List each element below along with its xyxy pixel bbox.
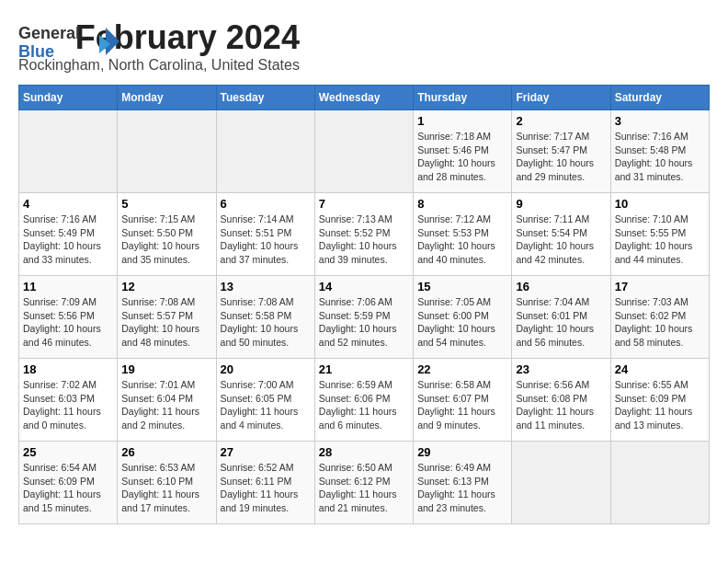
- day-info: Sunrise: 7:01 AM Sunset: 6:04 PM Dayligh…: [121, 378, 211, 432]
- day-number: 4: [23, 197, 113, 211]
- day-number: 23: [516, 362, 606, 376]
- calendar-cell: 21Sunrise: 6:59 AM Sunset: 6:06 PM Dayli…: [314, 359, 413, 442]
- day-number: 7: [319, 197, 409, 211]
- day-number: 18: [23, 362, 113, 376]
- calendar-cell: 9Sunrise: 7:11 AM Sunset: 5:54 PM Daylig…: [512, 193, 610, 276]
- calendar-cell: 19Sunrise: 7:01 AM Sunset: 6:04 PM Dayli…: [118, 359, 216, 442]
- day-number: 12: [121, 280, 211, 293]
- weekday-header-tuesday: Tuesday: [216, 86, 314, 110]
- day-info: Sunrise: 7:16 AM Sunset: 5:49 PM Dayligh…: [23, 213, 113, 267]
- weekday-header-friday: Friday: [512, 86, 610, 110]
- calendar-cell: 27Sunrise: 6:52 AM Sunset: 6:11 PM Dayli…: [216, 442, 314, 524]
- calendar-cell: 5Sunrise: 7:15 AM Sunset: 5:50 PM Daylig…: [118, 193, 216, 276]
- day-number: 28: [319, 445, 409, 459]
- day-info: Sunrise: 6:54 AM Sunset: 6:09 PM Dayligh…: [23, 461, 113, 515]
- day-number: 15: [417, 280, 507, 293]
- day-number: 5: [121, 197, 211, 211]
- day-number: 9: [516, 197, 606, 211]
- svg-text:Blue: Blue: [18, 42, 54, 61]
- day-info: Sunrise: 7:17 AM Sunset: 5:47 PM Dayligh…: [516, 130, 606, 184]
- calendar-cell: [216, 110, 314, 193]
- calendar-cell: 18Sunrise: 7:02 AM Sunset: 6:03 PM Dayli…: [19, 359, 118, 442]
- calendar-cell: [19, 110, 118, 193]
- day-number: 29: [417, 445, 507, 459]
- weekday-header-thursday: Thursday: [414, 86, 512, 110]
- day-info: Sunrise: 7:03 AM Sunset: 6:02 PM Dayligh…: [615, 295, 705, 350]
- day-info: Sunrise: 7:12 AM Sunset: 5:53 PM Dayligh…: [417, 213, 507, 267]
- calendar-cell: 15Sunrise: 7:05 AM Sunset: 6:00 PM Dayli…: [414, 276, 512, 359]
- calendar-cell: 1Sunrise: 7:18 AM Sunset: 5:46 PM Daylig…: [414, 110, 512, 193]
- day-info: Sunrise: 7:15 AM Sunset: 5:50 PM Dayligh…: [121, 213, 211, 267]
- weekday-header-saturday: Saturday: [610, 86, 709, 110]
- calendar-cell: 24Sunrise: 6:55 AM Sunset: 6:09 PM Dayli…: [610, 359, 709, 442]
- day-number: 2: [516, 114, 606, 128]
- calendar-table: SundayMondayTuesdayWednesdayThursdayFrid…: [18, 85, 710, 524]
- calendar-week-1: 1Sunrise: 7:18 AM Sunset: 5:46 PM Daylig…: [19, 110, 710, 193]
- calendar-week-4: 18Sunrise: 7:02 AM Sunset: 6:03 PM Dayli…: [19, 359, 710, 442]
- day-number: 13: [221, 280, 311, 293]
- day-info: Sunrise: 7:13 AM Sunset: 5:52 PM Dayligh…: [319, 213, 409, 267]
- day-number: 10: [615, 197, 705, 211]
- day-info: Sunrise: 7:08 AM Sunset: 5:57 PM Dayligh…: [121, 295, 211, 350]
- calendar-cell: 23Sunrise: 6:56 AM Sunset: 6:08 PM Dayli…: [512, 359, 610, 442]
- day-number: 21: [319, 362, 409, 376]
- weekday-header-wednesday: Wednesday: [314, 86, 413, 110]
- day-number: 6: [221, 197, 311, 211]
- calendar-cell: 7Sunrise: 7:13 AM Sunset: 5:52 PM Daylig…: [314, 193, 413, 276]
- calendar-cell: 8Sunrise: 7:12 AM Sunset: 5:53 PM Daylig…: [414, 193, 512, 276]
- day-info: Sunrise: 6:58 AM Sunset: 6:07 PM Dayligh…: [417, 378, 507, 432]
- day-info: Sunrise: 6:49 AM Sunset: 6:13 PM Dayligh…: [417, 461, 507, 515]
- day-number: 22: [417, 362, 507, 376]
- calendar-cell: 10Sunrise: 7:10 AM Sunset: 5:55 PM Dayli…: [610, 193, 709, 276]
- day-number: 14: [319, 280, 409, 293]
- day-number: 16: [516, 280, 606, 293]
- calendar-cell: 3Sunrise: 7:16 AM Sunset: 5:48 PM Daylig…: [610, 110, 709, 193]
- weekday-header-monday: Monday: [118, 86, 216, 110]
- day-info: Sunrise: 6:55 AM Sunset: 6:09 PM Dayligh…: [615, 378, 705, 432]
- day-info: Sunrise: 7:02 AM Sunset: 6:03 PM Dayligh…: [23, 378, 113, 432]
- day-number: 25: [23, 445, 113, 459]
- day-number: 19: [121, 362, 211, 376]
- day-info: Sunrise: 6:50 AM Sunset: 6:12 PM Dayligh…: [319, 461, 409, 515]
- calendar-week-3: 11Sunrise: 7:09 AM Sunset: 5:56 PM Dayli…: [19, 276, 710, 359]
- day-number: 17: [615, 280, 705, 293]
- day-info: Sunrise: 6:59 AM Sunset: 6:06 PM Dayligh…: [319, 378, 409, 432]
- day-info: Sunrise: 6:53 AM Sunset: 6:10 PM Dayligh…: [121, 461, 211, 515]
- day-info: Sunrise: 7:04 AM Sunset: 6:01 PM Dayligh…: [516, 295, 606, 350]
- day-number: 3: [615, 114, 705, 128]
- calendar-cell: 13Sunrise: 7:08 AM Sunset: 5:58 PM Dayli…: [216, 276, 314, 359]
- calendar-cell: 16Sunrise: 7:04 AM Sunset: 6:01 PM Dayli…: [512, 276, 610, 359]
- calendar-cell: 11Sunrise: 7:09 AM Sunset: 5:56 PM Dayli…: [19, 276, 118, 359]
- calendar-cell: 12Sunrise: 7:08 AM Sunset: 5:57 PM Dayli…: [118, 276, 216, 359]
- day-info: Sunrise: 7:09 AM Sunset: 5:56 PM Dayligh…: [23, 295, 113, 350]
- day-info: Sunrise: 7:16 AM Sunset: 5:48 PM Dayligh…: [615, 130, 705, 184]
- calendar-cell: 6Sunrise: 7:14 AM Sunset: 5:51 PM Daylig…: [216, 193, 314, 276]
- day-info: Sunrise: 7:05 AM Sunset: 6:00 PM Dayligh…: [417, 295, 507, 350]
- day-info: Sunrise: 7:18 AM Sunset: 5:46 PM Dayligh…: [417, 130, 507, 184]
- day-info: Sunrise: 7:10 AM Sunset: 5:55 PM Dayligh…: [615, 213, 705, 267]
- day-number: 1: [417, 114, 507, 128]
- day-info: Sunrise: 7:00 AM Sunset: 6:05 PM Dayligh…: [221, 378, 311, 432]
- calendar-cell: [314, 110, 413, 193]
- svg-marker-2: [106, 28, 119, 55]
- logo: General Blue: [18, 18, 119, 68]
- day-info: Sunrise: 6:52 AM Sunset: 6:11 PM Dayligh…: [221, 461, 311, 515]
- calendar-cell: 29Sunrise: 6:49 AM Sunset: 6:13 PM Dayli…: [414, 442, 512, 524]
- day-info: Sunrise: 7:11 AM Sunset: 5:54 PM Dayligh…: [516, 213, 606, 267]
- day-number: 24: [615, 362, 705, 376]
- calendar-cell: 22Sunrise: 6:58 AM Sunset: 6:07 PM Dayli…: [414, 359, 512, 442]
- day-info: Sunrise: 7:06 AM Sunset: 5:59 PM Dayligh…: [319, 295, 409, 350]
- day-number: 27: [221, 445, 311, 459]
- day-number: 20: [221, 362, 311, 376]
- calendar-cell: 14Sunrise: 7:06 AM Sunset: 5:59 PM Dayli…: [314, 276, 413, 359]
- calendar-cell: 2Sunrise: 7:17 AM Sunset: 5:47 PM Daylig…: [512, 110, 610, 193]
- weekday-header-row: SundayMondayTuesdayWednesdayThursdayFrid…: [19, 86, 710, 110]
- calendar-week-2: 4Sunrise: 7:16 AM Sunset: 5:49 PM Daylig…: [19, 193, 710, 276]
- weekday-header-sunday: Sunday: [19, 86, 118, 110]
- calendar-cell: [118, 110, 216, 193]
- calendar-cell: 26Sunrise: 6:53 AM Sunset: 6:10 PM Dayli…: [118, 442, 216, 524]
- day-info: Sunrise: 7:08 AM Sunset: 5:58 PM Dayligh…: [221, 295, 311, 350]
- calendar-cell: 4Sunrise: 7:16 AM Sunset: 5:49 PM Daylig…: [19, 193, 118, 276]
- calendar-cell: [610, 442, 709, 524]
- day-number: 8: [417, 197, 507, 211]
